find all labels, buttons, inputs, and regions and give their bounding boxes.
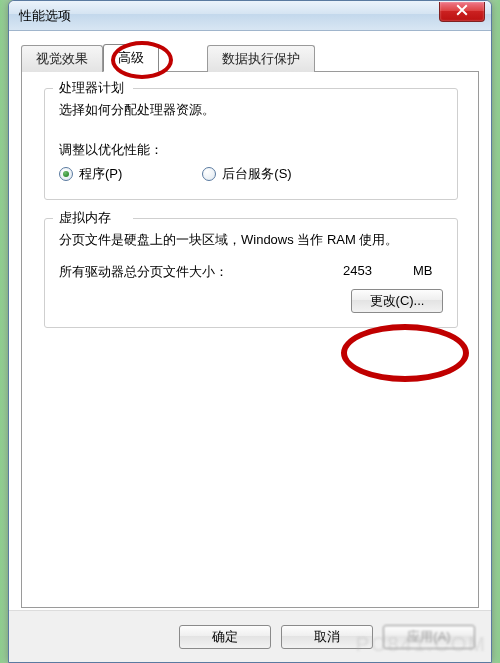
tab-panel-advanced: 处理器计划 选择如何分配处理器资源。 调整以优化性能： 程序(P) 后台服务(S… (21, 71, 479, 608)
vm-total-unit: MB (413, 263, 443, 281)
vm-total-value: 2453 (343, 263, 413, 281)
window-title: 性能选项 (19, 7, 71, 25)
radio-programs[interactable]: 程序(P) (59, 165, 122, 183)
group-title: 虚拟内存 (55, 209, 115, 227)
tabstrip: 视觉效果 高级 数据执行保护 (21, 45, 479, 71)
cancel-button[interactable]: 取消 (281, 625, 373, 649)
ok-button[interactable]: 确定 (179, 625, 271, 649)
radio-icon (59, 167, 73, 181)
change-button[interactable]: 更改(C)... (351, 289, 443, 313)
tab-label: 视觉效果 (36, 51, 88, 66)
titlebar[interactable]: 性能选项 (9, 1, 491, 31)
vm-desc: 分页文件是硬盘上的一块区域，Windows 当作 RAM 使用。 (59, 231, 443, 249)
vm-total-row: 所有驱动器总分页文件大小： 2453 MB (59, 263, 443, 281)
processor-desc: 选择如何分配处理器资源。 (59, 101, 443, 119)
radio-background-services[interactable]: 后台服务(S) (202, 165, 291, 183)
radio-icon (202, 167, 216, 181)
tab-label: 高级 (118, 50, 144, 65)
button-label: 更改(C)... (370, 293, 425, 308)
apply-button[interactable]: 应用(A) (383, 625, 475, 649)
button-label: 应用(A) (407, 629, 450, 644)
virtual-memory-group: 虚拟内存 分页文件是硬盘上的一块区域，Windows 当作 RAM 使用。 所有… (44, 218, 458, 328)
tab-label: 数据执行保护 (222, 51, 300, 66)
dialog-footer: 确定 取消 应用(A) (9, 610, 491, 662)
adjust-label: 调整以优化性能： (59, 141, 443, 159)
close-icon (456, 4, 468, 19)
radio-label: 后台服务(S) (222, 165, 291, 183)
close-button[interactable] (439, 2, 485, 22)
tab-visual-effects[interactable]: 视觉效果 (21, 45, 103, 72)
button-label: 取消 (314, 629, 340, 644)
processor-scheduling-group: 处理器计划 选择如何分配处理器资源。 调整以优化性能： 程序(P) 后台服务(S… (44, 88, 458, 200)
button-label: 确定 (212, 629, 238, 644)
content-area: 视觉效果 高级 数据执行保护 处理器计划 选择如何分配处理器资源。 调整以优化性… (9, 31, 491, 610)
tab-dep[interactable]: 数据执行保护 (207, 45, 315, 72)
vm-total-label: 所有驱动器总分页文件大小： (59, 263, 343, 281)
group-title: 处理器计划 (55, 79, 128, 97)
radio-label: 程序(P) (79, 165, 122, 183)
tab-advanced[interactable]: 高级 (103, 44, 159, 72)
performance-options-window: 性能选项 视觉效果 高级 数据执行保护 处理器计划 选择如何 (8, 0, 492, 663)
radio-row: 程序(P) 后台服务(S) (59, 165, 443, 183)
